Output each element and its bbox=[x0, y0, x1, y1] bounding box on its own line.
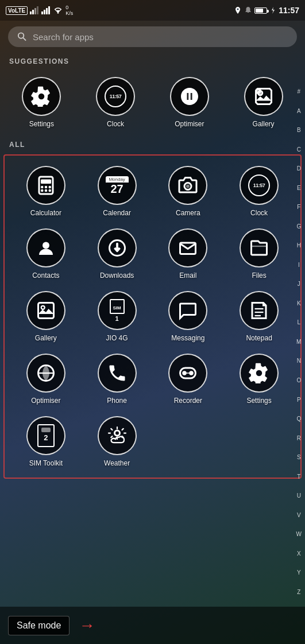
alpha-n[interactable]: N bbox=[295, 358, 303, 364]
recorder-icon-wrap bbox=[168, 354, 207, 393]
alpha-u[interactable]: U bbox=[295, 492, 303, 499]
signal-icon bbox=[30, 6, 39, 14]
app-item-phone[interactable]: Phone bbox=[82, 348, 153, 410]
alpha-l[interactable]: L bbox=[295, 319, 303, 326]
search-bar[interactable] bbox=[8, 26, 297, 47]
app-item-simtoolkit[interactable]: 2 SIM Toolkit bbox=[10, 410, 82, 473]
app-label-calculator: Calculator bbox=[30, 209, 61, 217]
app-item-clock-suggestion[interactable]: 11:57 Clock bbox=[79, 71, 153, 134]
app-item-jio4g[interactable]: SIM 1 JIO 4G bbox=[82, 285, 153, 348]
alpha-o[interactable]: O bbox=[295, 377, 303, 384]
signal-icon-2 bbox=[41, 6, 51, 14]
all-apps-grid: Calculator Monday 27 Calendar bbox=[6, 157, 299, 476]
app-label-messaging: Messaging bbox=[171, 334, 204, 342]
alpha-c[interactable]: C bbox=[295, 146, 303, 153]
app-label-jio4g: JIO 4G bbox=[106, 334, 128, 342]
email-icon bbox=[177, 238, 198, 258]
messaging-icon bbox=[177, 300, 198, 321]
app-item-weather[interactable]: Weather bbox=[82, 410, 153, 473]
svg-point-8 bbox=[57, 12, 59, 14]
files-icon-wrap bbox=[240, 228, 279, 267]
alpha-i[interactable]: I bbox=[295, 262, 303, 269]
downloads-icon bbox=[107, 238, 128, 258]
optimiser-icon-suggestion bbox=[179, 86, 200, 107]
app-item-email[interactable]: Email bbox=[153, 223, 224, 285]
app-item-calendar[interactable]: Monday 27 Calendar bbox=[82, 160, 153, 223]
messaging-icon-wrap bbox=[168, 291, 207, 330]
status-bar: VoLTE 0K/s bbox=[0, 0, 305, 21]
suggestions-grid: Settings 11:57 Clock Optimiser bbox=[0, 69, 305, 136]
alpha-q[interactable]: Q bbox=[295, 416, 303, 422]
location-icon bbox=[234, 6, 242, 14]
alpha-v[interactable]: V bbox=[295, 512, 303, 519]
status-time: 11:57 bbox=[279, 6, 299, 15]
svg-point-15 bbox=[41, 186, 44, 189]
alpha-p[interactable]: P bbox=[295, 397, 303, 404]
optimiser-icon-wrap-suggestion bbox=[170, 77, 209, 116]
app-label-email: Email bbox=[179, 271, 196, 280]
search-input[interactable] bbox=[33, 32, 288, 42]
notepad-icon bbox=[249, 300, 269, 321]
alpha-a[interactable]: A bbox=[295, 108, 303, 115]
network-type-badge: VoLTE bbox=[6, 6, 28, 15]
alpha-j[interactable]: J bbox=[295, 281, 303, 288]
alpha-y[interactable]: Y bbox=[295, 569, 303, 576]
alpha-hash[interactable]: # bbox=[295, 88, 303, 95]
svg-rect-6 bbox=[46, 8, 48, 14]
simtoolkit-icon: 2 bbox=[35, 423, 57, 448]
alpha-m[interactable]: M bbox=[295, 339, 303, 346]
calendar-icon-wrap: Monday 27 bbox=[98, 166, 137, 205]
alpha-k[interactable]: K bbox=[295, 300, 303, 307]
app-item-optimiser[interactable]: Optimiser bbox=[10, 348, 82, 410]
app-item-gallery-suggestion[interactable]: Gallery bbox=[226, 71, 300, 134]
alpha-b[interactable]: B bbox=[295, 127, 303, 134]
alpha-f[interactable]: F bbox=[295, 204, 303, 211]
alpha-h[interactable]: H bbox=[295, 242, 303, 249]
app-label-downloads: Downloads bbox=[100, 271, 134, 280]
alpha-g[interactable]: G bbox=[295, 223, 303, 230]
app-item-downloads[interactable]: Downloads bbox=[82, 223, 153, 285]
app-item-optimiser-suggestion[interactable]: Optimiser bbox=[153, 71, 227, 134]
app-label-recorder: Recorder bbox=[174, 397, 202, 405]
downloads-icon-wrap bbox=[98, 228, 137, 267]
gallery-icon-wrap bbox=[26, 291, 65, 330]
app-item-calculator[interactable]: Calculator bbox=[10, 160, 82, 223]
app-item-recorder[interactable]: Recorder bbox=[153, 348, 224, 410]
gallery-icon-suggestion bbox=[253, 86, 274, 107]
app-item-camera[interactable]: Camera bbox=[153, 160, 224, 223]
alpha-z[interactable]: Z bbox=[295, 589, 303, 596]
alpha-e[interactable]: E bbox=[295, 185, 303, 192]
app-item-gallery[interactable]: Gallery bbox=[10, 285, 82, 348]
files-icon bbox=[249, 238, 269, 258]
alpha-w[interactable]: W bbox=[295, 531, 303, 538]
app-item-settings-suggestion[interactable]: Settings bbox=[5, 71, 79, 134]
app-label-clock-suggestion: Clock bbox=[107, 120, 124, 128]
clock-face-suggestion: 11:57 bbox=[105, 86, 126, 107]
calendar-icon: Monday 27 bbox=[106, 176, 129, 195]
alpha-s[interactable]: S bbox=[295, 454, 303, 461]
app-label-optimiser: Optimiser bbox=[31, 397, 60, 405]
alpha-t[interactable]: T bbox=[295, 474, 303, 480]
svg-rect-26 bbox=[38, 303, 53, 319]
phone-icon-wrap bbox=[98, 354, 137, 393]
app-item-contacts[interactable]: Contacts bbox=[10, 223, 82, 285]
settings-icon-wrap bbox=[22, 77, 61, 116]
alpha-d[interactable]: D bbox=[295, 165, 303, 172]
app-label-weather: Weather bbox=[104, 459, 130, 467]
app-item-notepad[interactable]: Notepad bbox=[223, 285, 295, 348]
svg-point-20 bbox=[48, 189, 51, 192]
alpha-x[interactable]: X bbox=[295, 550, 303, 557]
app-item-files[interactable]: Files bbox=[223, 223, 295, 285]
app-label-camera: Camera bbox=[176, 209, 200, 217]
app-item-messaging[interactable]: Messaging bbox=[153, 285, 224, 348]
svg-rect-7 bbox=[48, 6, 50, 14]
app-item-clock[interactable]: 11:57 Clock bbox=[223, 160, 295, 223]
gallery-icon bbox=[36, 300, 56, 321]
app-label-settings: Settings bbox=[246, 397, 271, 405]
contacts-icon bbox=[36, 238, 56, 258]
phone-icon bbox=[107, 363, 128, 383]
svg-rect-1 bbox=[32, 10, 34, 14]
app-item-settings[interactable]: Settings bbox=[223, 348, 295, 410]
clock-time-display: 11:57 bbox=[253, 183, 265, 188]
alpha-r[interactable]: R bbox=[295, 435, 303, 442]
